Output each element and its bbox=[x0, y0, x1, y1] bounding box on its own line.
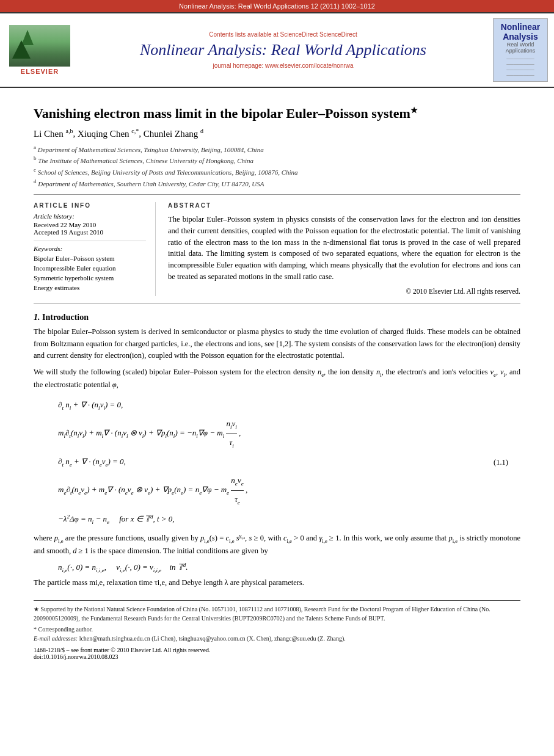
eq-line-5: −λ2Δφ = ni − ne for x ∈ 𝕋d, t > 0, bbox=[58, 511, 520, 528]
brand-lines: ──────────────────────────────── bbox=[498, 56, 542, 78]
doi-line: doi:10.1016/j.nonrwa.2010.08.023 bbox=[34, 653, 520, 660]
paper-title: Vanishing electron mass limit in the bip… bbox=[34, 105, 520, 123]
footnotes: ★ Supported by the National Natural Scie… bbox=[34, 600, 520, 660]
equation-number: (1.1) bbox=[494, 457, 508, 467]
abstract-text: The bipolar Euler–Poisson system in phys… bbox=[168, 214, 520, 283]
equations-block: ∂t ni + ∇ · (nivi) = 0, mi∂t(nivi) + mi∇… bbox=[58, 396, 520, 528]
contents-availability: Contents lists available at ScienceDirec… bbox=[79, 31, 487, 38]
journal-reference-bar: Nonlinear Analysis: Real World Applicati… bbox=[0, 0, 554, 12]
brand-subtitle: Real World Applications bbox=[498, 42, 542, 54]
journal-homepage: journal homepage: www.elsevier.com/locat… bbox=[79, 62, 487, 69]
section-divider bbox=[34, 194, 520, 195]
intro-section-title: 1. Introduction bbox=[34, 313, 520, 322]
keyword-2: Incompressible Euler equation bbox=[34, 264, 146, 272]
eq-line-4: me∂t(neve) + me∇ · (neve ⊗ ve) + ∇pe(ne)… bbox=[58, 472, 520, 509]
journal-header: ELSEVIER Contents lists available at Sci… bbox=[0, 12, 554, 88]
journal-title: Nonlinear Analysis: Real World Applicati… bbox=[79, 40, 487, 59]
keyword-3: Symmetric hyperbolic system bbox=[34, 274, 146, 282]
keywords-label: Keywords: bbox=[34, 245, 146, 252]
abstract-panel: ABSTRACT The bipolar Euler–Poisson syste… bbox=[168, 202, 520, 296]
brand-title: NonlinearAnalysis bbox=[498, 22, 542, 42]
brand-logo: NonlinearAnalysis Real World Application… bbox=[493, 18, 548, 82]
received-date: Received 22 May 2010 bbox=[34, 221, 146, 228]
affiliation-d: d Department of Mathematics, Southern Ut… bbox=[34, 178, 520, 187]
article-info-abstract: ARTICLE INFO Article history: Received 2… bbox=[34, 202, 520, 296]
info-divider bbox=[34, 241, 146, 241]
intro-para1: The bipolar Euler–Poisson system is deri… bbox=[34, 326, 520, 362]
email-line: E-mail addresses: lchen@math.tsinghua.ed… bbox=[34, 634, 520, 643]
paper-body: Vanishing electron mass limit in the bip… bbox=[0, 88, 554, 666]
accepted-date: Accepted 19 August 2010 bbox=[34, 228, 146, 236]
elsevier-brand-text: ELSEVIER bbox=[21, 68, 59, 75]
initial-conditions: ni,e(·, 0) = ni,i,e, vi,e(·, 0) = vi,i,e… bbox=[58, 562, 520, 573]
elsevier-logo-section: ELSEVIER bbox=[6, 25, 73, 75]
journal-title-section: Contents lists available at ScienceDirec… bbox=[79, 31, 487, 68]
equations-content: ∂t ni + ∇ · (nivi) = 0, mi∂t(nivi) + mi∇… bbox=[58, 396, 520, 528]
corresponding-note: * Corresponding author. bbox=[34, 625, 520, 634]
eq-line-3: ∂t ne + ∇ · (neve) = 0, bbox=[58, 453, 520, 471]
intro-para2: We will study the following (scaled) bip… bbox=[34, 366, 520, 391]
intro-section-num: 1. bbox=[34, 313, 40, 322]
issn-line: 1468-1218/$ – see front matter © 2010 El… bbox=[34, 647, 520, 653]
intro-para3: where pi,e are the pressure functions, u… bbox=[34, 532, 520, 558]
abstract-title: ABSTRACT bbox=[168, 202, 520, 209]
keyword-4: Energy estimates bbox=[34, 284, 146, 291]
history-label: Article history: bbox=[34, 213, 146, 220]
intro-para4: The particle mass mi,e, relaxation time … bbox=[34, 577, 520, 589]
intro-section-name: Introduction bbox=[42, 313, 89, 322]
keywords-section: Keywords: Bipolar Euler–Poisson system I… bbox=[34, 245, 146, 291]
article-history: Article history: Received 22 May 2010 Ac… bbox=[34, 213, 146, 236]
copyright-notice: © 2010 Elsevier Ltd. All rights reserved… bbox=[168, 288, 520, 295]
eq-line-1: ∂t ni + ∇ · (nivi) = 0, bbox=[58, 396, 520, 414]
affiliation-c: c School of Sciences, Beijing University… bbox=[34, 167, 520, 176]
affiliation-a: a Department of Mathematical Sciences, T… bbox=[34, 144, 520, 153]
eq-line-2: mi∂t(nivi) + mi∇ · (nivi ⊗ vi) + ∇pi(ni)… bbox=[58, 415, 520, 452]
affiliation-b: b The Institute of Mathematical Sciences… bbox=[34, 155, 520, 164]
keyword-1: Bipolar Euler–Poisson system bbox=[34, 255, 146, 262]
elsevier-tree-graphic bbox=[9, 25, 70, 67]
article-info-panel: ARTICLE INFO Article history: Received 2… bbox=[34, 202, 156, 296]
article-info-title: ARTICLE INFO bbox=[34, 202, 146, 209]
authors-line: Li Chen a,b, Xiuqing Chen c,*, Chunlei Z… bbox=[34, 128, 520, 139]
body-divider bbox=[34, 303, 520, 304]
star-footnote: ★ Supported by the National Natural Scie… bbox=[34, 605, 520, 623]
journal-reference: Nonlinear Analysis: Real World Applicati… bbox=[179, 2, 375, 10]
homepage-url[interactable]: www.elsevier.com/locate/nonrwa bbox=[265, 62, 354, 69]
